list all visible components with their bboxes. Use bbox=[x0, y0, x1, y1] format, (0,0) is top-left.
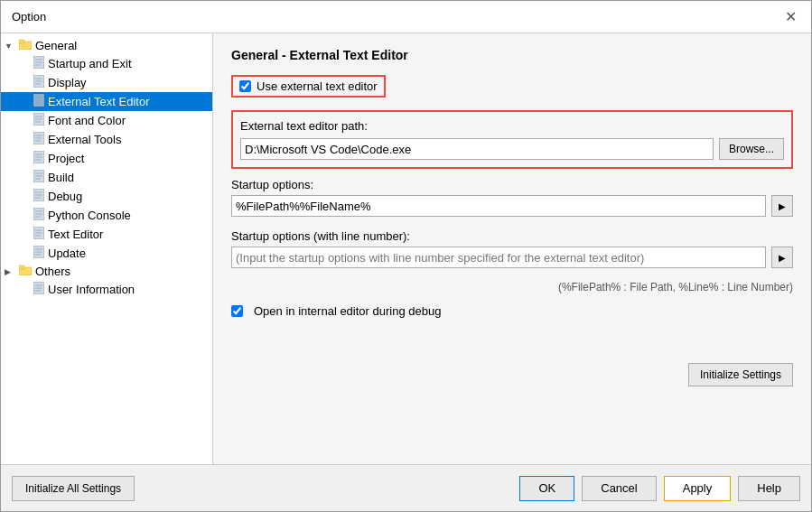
tree-item-font-color[interactable]: Font and Color bbox=[1, 111, 212, 130]
close-button[interactable]: ✕ bbox=[781, 8, 800, 26]
external-path-box: External text editor path: Browse... bbox=[231, 110, 793, 169]
startup-line-label: Startup options (with line number): bbox=[231, 229, 793, 243]
section-title: General - External Text Editor bbox=[231, 48, 793, 62]
dialog-title: Option bbox=[12, 10, 46, 23]
tree-item-external-tools[interactable]: External Tools bbox=[1, 130, 212, 149]
cancel-button[interactable]: Cancel bbox=[582, 476, 656, 501]
external-path-row: Browse... bbox=[240, 138, 784, 160]
page-icon bbox=[33, 113, 44, 128]
tree-item-label: Project bbox=[48, 152, 84, 165]
page-icon bbox=[33, 208, 44, 223]
external-path-input[interactable] bbox=[240, 138, 714, 160]
svg-rect-1 bbox=[19, 40, 24, 43]
right-panel: General - External Text Editor Use exter… bbox=[213, 33, 811, 464]
page-icon bbox=[33, 282, 44, 297]
init-settings-button[interactable]: Initialize Settings bbox=[688, 363, 793, 386]
tree-item-project[interactable]: Project bbox=[1, 149, 212, 168]
tree-item-label: Display bbox=[48, 76, 87, 89]
use-external-checkbox[interactable] bbox=[239, 80, 251, 92]
tree-item-general[interactable]: ▼General bbox=[1, 37, 212, 54]
startup-line-input[interactable] bbox=[231, 247, 766, 268]
hint-text: (%FilePath% : File Path, %Line% : Line N… bbox=[231, 281, 793, 293]
tree-item-label: User Information bbox=[48, 283, 135, 296]
tree-item-label: Others bbox=[35, 265, 70, 278]
tree-item-label: Font and Color bbox=[48, 114, 126, 127]
folder-icon bbox=[19, 39, 32, 52]
option-dialog: Option ✕ ▼GeneralStartup and ExitDisplay… bbox=[0, 0, 812, 512]
tree-item-external-text-editor[interactable]: External Text Editor bbox=[1, 92, 212, 111]
help-button[interactable]: Help bbox=[738, 476, 800, 501]
tree-item-startup-exit[interactable]: Startup and Exit bbox=[1, 54, 212, 73]
tree-item-label: External Text Editor bbox=[48, 95, 149, 108]
startup-options-input[interactable] bbox=[231, 195, 766, 217]
use-external-text: Use external text editor bbox=[257, 79, 378, 93]
page-icon bbox=[33, 227, 44, 242]
tree-item-python-console[interactable]: Python Console bbox=[1, 206, 212, 225]
apply-button[interactable]: Apply bbox=[664, 476, 732, 501]
startup-line-play-button[interactable]: ▶ bbox=[771, 247, 793, 268]
svg-rect-47 bbox=[19, 265, 24, 269]
page-icon bbox=[33, 132, 44, 147]
startup-play-button[interactable]: ▶ bbox=[771, 195, 793, 217]
open-internal-checkbox[interactable] bbox=[231, 305, 243, 317]
expand-icon: ▼ bbox=[5, 42, 17, 51]
open-internal-label[interactable]: Open in internal editor during debug bbox=[231, 304, 441, 318]
page-icon bbox=[33, 151, 44, 166]
title-bar: Option ✕ bbox=[1, 1, 811, 33]
startup-line-row: ▶ bbox=[231, 247, 793, 268]
bottom-bar: Initialize All Settings OK Cancel Apply … bbox=[1, 464, 811, 511]
content-area: ▼GeneralStartup and ExitDisplayExternal … bbox=[1, 33, 811, 464]
page-icon bbox=[33, 170, 44, 185]
startup-options-row: ▶ bbox=[231, 195, 793, 217]
tree-item-label: Update bbox=[48, 247, 86, 260]
tree-item-label: Build bbox=[48, 171, 74, 184]
tree-item-label: Debug bbox=[48, 190, 82, 203]
tree-item-update[interactable]: Update bbox=[1, 244, 212, 263]
tree-item-label: Text Editor bbox=[48, 228, 103, 241]
expand-icon: ▶ bbox=[5, 267, 17, 276]
external-path-label: External text editor path: bbox=[240, 119, 784, 133]
init-all-button[interactable]: Initialize All Settings bbox=[12, 476, 135, 501]
tree-item-build[interactable]: Build bbox=[1, 168, 212, 187]
page-icon bbox=[33, 246, 44, 261]
ok-button[interactable]: OK bbox=[519, 476, 574, 501]
tree-panel: ▼GeneralStartup and ExitDisplayExternal … bbox=[1, 33, 213, 464]
startup-options-label: Startup options: bbox=[231, 178, 793, 191]
tree-item-label: Python Console bbox=[48, 209, 131, 222]
page-icon bbox=[33, 189, 44, 204]
page-icon bbox=[33, 56, 44, 71]
use-external-checkbox-container: Use external text editor bbox=[231, 75, 386, 98]
tree-item-user-information[interactable]: User Information bbox=[1, 280, 212, 299]
folder-icon bbox=[19, 265, 32, 278]
page-icon bbox=[33, 75, 44, 90]
tree-item-debug[interactable]: Debug bbox=[1, 187, 212, 206]
tree-item-others[interactable]: ▶Others bbox=[1, 263, 212, 280]
open-internal-text: Open in internal editor during debug bbox=[254, 304, 441, 318]
bottom-right-buttons: OK Cancel Apply Help bbox=[519, 476, 800, 501]
page-icon bbox=[33, 94, 44, 109]
tree-item-label: External Tools bbox=[48, 133, 121, 146]
startup-line-group: Startup options (with line number): ▶ bbox=[231, 229, 793, 268]
tree-item-text-editor[interactable]: Text Editor bbox=[1, 225, 212, 244]
tree-item-label: General bbox=[35, 39, 77, 52]
browse-button[interactable]: Browse... bbox=[719, 138, 784, 160]
tree-item-display[interactable]: Display bbox=[1, 73, 212, 92]
tree-item-label: Startup and Exit bbox=[48, 57, 132, 70]
use-external-label[interactable]: Use external text editor bbox=[239, 79, 378, 93]
startup-options-group: Startup options: ▶ bbox=[231, 178, 793, 217]
open-internal-row: Open in internal editor during debug bbox=[231, 304, 793, 318]
